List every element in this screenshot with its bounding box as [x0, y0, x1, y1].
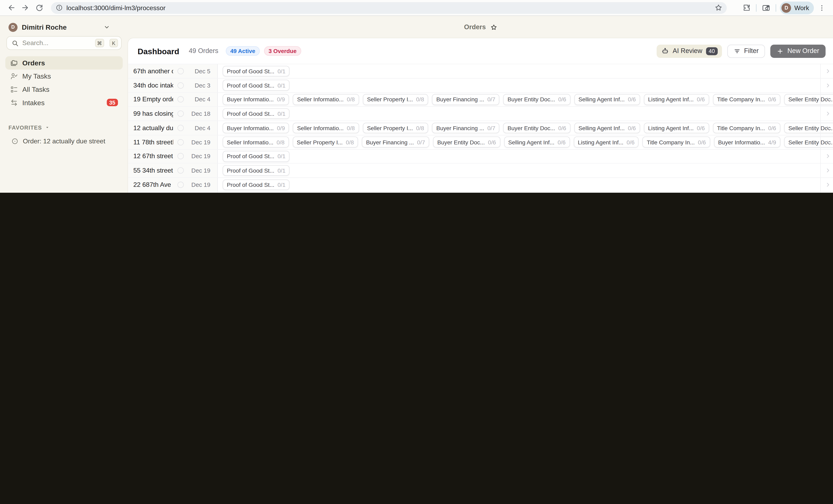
- order-summary-cell[interactable]: 67th another one i...Dec 5: [128, 64, 218, 78]
- table-row[interactable]: 11 78th streethDec 19Seller Informatio..…: [128, 135, 833, 149]
- task-chip[interactable]: Buyer Entity Doc...0/6: [503, 122, 571, 133]
- task-chip[interactable]: Selling Agent Inf...0/6: [574, 122, 640, 133]
- task-chip[interactable]: Seller Informatio...0/8: [223, 137, 289, 148]
- order-summary-cell[interactable]: 19 Empty order str...Dec 4: [128, 93, 218, 106]
- side-panel-search-icon: [762, 3, 770, 12]
- order-summary-cell[interactable]: 12 67th streetDec 19: [128, 149, 218, 163]
- new-order-button[interactable]: New Order: [770, 44, 826, 57]
- order-name[interactable]: 19 Empty order str...: [133, 96, 173, 103]
- chevron-right-icon[interactable]: [825, 82, 831, 88]
- task-chip[interactable]: Selling Agent Inf...0/6: [504, 137, 570, 148]
- chevron-right-icon[interactable]: [825, 68, 831, 74]
- task-chip[interactable]: Listing Agent Inf...0/6: [574, 137, 639, 148]
- task-chip[interactable]: Seller Informatio...0/8: [293, 122, 359, 133]
- order-name[interactable]: 34th doc intake: [133, 82, 173, 89]
- task-chip[interactable]: Proof of Good St...0/1: [223, 80, 290, 91]
- table-row[interactable]: 12 67th streetDec 19Proof of Good St...0…: [128, 149, 833, 163]
- browser-profile-chip[interactable]: D Work: [780, 1, 814, 14]
- favorite-item-order[interactable]: Order: 12 actually due street: [6, 136, 121, 146]
- task-chip[interactable]: Title Company In...0/6: [643, 137, 710, 148]
- sidebar-item-intakes[interactable]: Intakes 35: [5, 96, 123, 109]
- table-row[interactable]: 67th another one i...Dec 5Proof of Good …: [128, 64, 833, 78]
- task-chip[interactable]: Buyer Entity Doc...0/6: [503, 94, 571, 105]
- task-chip[interactable]: Seller Property I...0/8: [292, 137, 358, 148]
- order-name[interactable]: 55 34th street: [133, 167, 173, 174]
- chevron-right-icon[interactable]: [825, 111, 831, 117]
- task-chip[interactable]: Buyer Financing ...0/7: [432, 122, 500, 133]
- chevron-right-icon[interactable]: [825, 125, 831, 131]
- task-chip[interactable]: Buyer Informatio...0/9: [223, 122, 289, 133]
- back-button[interactable]: [4, 1, 18, 15]
- favorites-heading[interactable]: FAVORITES: [8, 124, 119, 131]
- task-ratio: 0/1: [278, 82, 285, 88]
- task-chip[interactable]: Buyer Financing ...0/7: [362, 137, 429, 148]
- task-chip[interactable]: Proof of Good St...0/1: [223, 66, 290, 77]
- table-row[interactable]: 12 actually due str...Dec 4Buyer Informa…: [128, 121, 833, 135]
- sidebar-item-my-tasks[interactable]: My Tasks: [5, 70, 123, 83]
- task-chip[interactable]: Seller Property I...0/8: [363, 94, 428, 105]
- order-name[interactable]: 12 actually due str...: [133, 124, 173, 132]
- sidebar-item-all-tasks[interactable]: All Tasks: [5, 83, 123, 96]
- site-info-icon[interactable]: [56, 4, 63, 11]
- table-row[interactable]: 55 34th streetDec 19Proof of Good St...0…: [128, 163, 833, 177]
- favorite-star-icon[interactable]: [490, 24, 497, 30]
- workspace-switcher[interactable]: D Dimitri Roche: [6, 20, 121, 34]
- order-name[interactable]: 99 has closing dat...: [133, 110, 173, 118]
- order-name[interactable]: 12 67th street: [133, 153, 173, 160]
- task-chip[interactable]: Listing Agent Inf...0/6: [644, 94, 709, 105]
- task-chip[interactable]: Buyer Informatio...0/9: [223, 94, 289, 105]
- bookmark-star-icon[interactable]: [713, 2, 724, 14]
- chevron-right-icon[interactable]: [825, 153, 831, 159]
- task-chip[interactable]: Title Company In...0/6: [713, 94, 780, 105]
- order-summary-cell[interactable]: 99 88th streetDec 19: [128, 192, 218, 193]
- sidebar-item-orders[interactable]: Orders: [5, 56, 123, 69]
- task-chip[interactable]: Title Company In...0/6: [713, 122, 780, 133]
- task-chip[interactable]: Buyer Informatio...4/9: [714, 137, 780, 148]
- chevron-right-icon[interactable]: [825, 182, 831, 188]
- ai-review-button[interactable]: AI Review 40: [657, 44, 722, 57]
- task-chip[interactable]: Buyer Entity Doc...0/6: [433, 137, 500, 148]
- order-summary-cell[interactable]: 34th doc intakeDec 3: [128, 78, 218, 92]
- order-name[interactable]: 67th another one i...: [133, 68, 173, 75]
- task-chip[interactable]: Proof of Good St...0/1: [223, 108, 290, 119]
- dashboard-header: Dashboard 49 Orders 49 Active 3 Overdue …: [128, 38, 833, 64]
- robot-icon: [662, 47, 669, 55]
- task-chip[interactable]: Listing Agent Inf...0/6: [644, 122, 709, 133]
- order-summary-cell[interactable]: 12 actually due str...Dec 4: [128, 121, 218, 135]
- filter-button[interactable]: Filter: [727, 44, 765, 57]
- search-input[interactable]: Search... ⌘ K: [6, 36, 121, 50]
- side-panel-search-button[interactable]: [759, 1, 773, 15]
- table-row[interactable]: 19 Empty order str...Dec 4Buyer Informat…: [128, 92, 833, 106]
- task-chip[interactable]: Selling Agent Inf...0/6: [574, 94, 640, 105]
- order-name[interactable]: 22 687th Ave: [133, 181, 173, 188]
- extensions-button[interactable]: [740, 1, 753, 15]
- url-text[interactable]: localhost:3000/dimi-lm3/processor: [67, 4, 713, 11]
- task-chip[interactable]: Seller Informatio...0/8: [293, 94, 359, 105]
- order-summary-cell[interactable]: 99 has closing dat...Dec 18: [128, 107, 218, 120]
- active-badge[interactable]: 49 Active: [226, 46, 260, 56]
- order-summary-cell[interactable]: 22 687th AveDec 19: [128, 178, 218, 192]
- table-row[interactable]: 99 88th streetDec 19Proof of Good St...0…: [128, 192, 833, 193]
- chevron-right-icon[interactable]: [825, 168, 831, 174]
- table-row[interactable]: 99 has closing dat...Dec 18Proof of Good…: [128, 106, 833, 121]
- overdue-badge[interactable]: 3 Overdue: [264, 46, 301, 56]
- task-chip[interactable]: Proof of Good St...0/1: [223, 165, 290, 176]
- task-chip[interactable]: Proof of Good St...0/1: [223, 151, 290, 162]
- forward-button[interactable]: [18, 1, 32, 15]
- task-chip[interactable]: Proof of Good St...0/1: [223, 179, 290, 190]
- table-row[interactable]: 34th doc intakeDec 3Proof of Good St...0…: [128, 78, 833, 92]
- task-ratio: 0/6: [628, 125, 636, 131]
- task-chip[interactable]: Buyer Financing ...0/7: [432, 94, 500, 105]
- browser-menu-button[interactable]: [815, 1, 829, 15]
- order-name[interactable]: 11 78th streeth: [133, 138, 173, 146]
- order-summary-cell[interactable]: 55 34th streetDec 19: [128, 164, 218, 177]
- task-ratio: 0/6: [697, 125, 705, 131]
- table-row[interactable]: 22 687th AveDec 19Proof of Good St...0/1: [128, 177, 833, 192]
- reload-button[interactable]: [32, 1, 46, 15]
- order-summary-cell[interactable]: 11 78th streethDec 19: [128, 135, 218, 149]
- task-chip[interactable]: Seller Property I...0/8: [363, 122, 428, 133]
- ai-review-count-badge: 40: [706, 47, 717, 55]
- chevron-right-icon[interactable]: [825, 97, 831, 103]
- chevron-right-icon[interactable]: [825, 139, 831, 145]
- address-bar[interactable]: localhost:3000/dimi-lm3/processor: [51, 2, 727, 14]
